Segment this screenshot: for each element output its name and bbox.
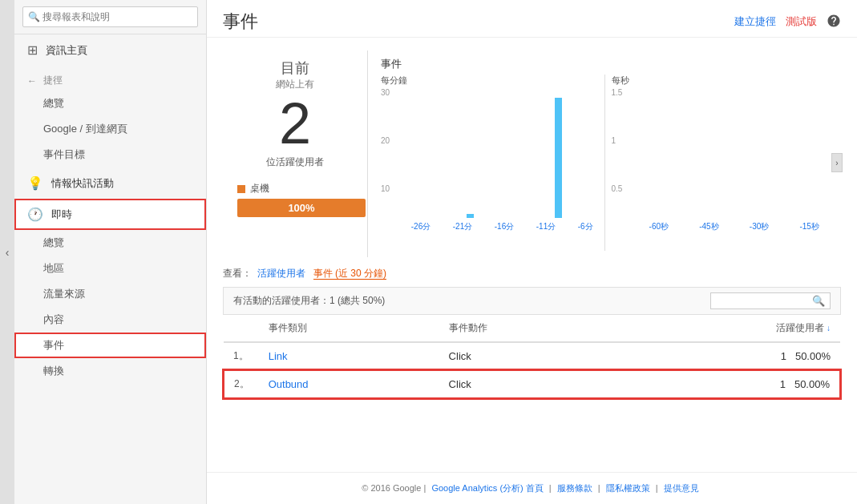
device-bar: 桌機 100% <box>231 182 359 217</box>
row-num: 2。 <box>224 370 259 398</box>
events-link[interactable]: 事件 (近 30 分鐘) <box>313 268 386 280</box>
x-label: -45秒 <box>699 221 718 232</box>
category-link[interactable]: Link <box>269 350 288 362</box>
table-search-box: 🔍 <box>710 292 831 309</box>
row-users: 1 50.00% <box>615 370 840 398</box>
bar <box>555 98 562 218</box>
main-footer: © 2016 Google | Google Analytics (分析) 首頁… <box>207 472 857 504</box>
x-label: -6分 <box>578 221 593 232</box>
sidebar-sub-label: 事件 <box>43 339 64 351</box>
sidebar-search-container: 🔍 <box>14 0 206 34</box>
sidebar-item-home[interactable]: ⊞ 資訊主頁 <box>14 34 206 66</box>
device-legend: 桌機 <box>237 182 359 196</box>
search-icon: 🔍 <box>28 11 40 22</box>
sidebar-sub-label: 內容 <box>43 313 64 325</box>
sidebar-nav: ⊞ 資訊主頁 ← 捷徑 總覽 Google / 到達網頁 事件目標 💡 情報快訊… <box>14 34 206 504</box>
sidebar-sub-label: 總覽 <box>43 97 64 109</box>
col-num <box>224 315 259 342</box>
clock-icon: 🕐 <box>27 207 43 222</box>
bar-chart-left <box>400 88 604 218</box>
sidebar-item-rt-content[interactable]: 內容 <box>14 307 206 333</box>
page-title: 事件 <box>223 10 258 34</box>
sidebar-item-event-goals[interactable]: 事件目標 <box>14 142 206 167</box>
y-label: 1.5 <box>612 88 634 97</box>
copyright: © 2016 Google <box>362 483 421 493</box>
shortcuts-icon: ← <box>27 75 37 87</box>
chart-chevron-btn[interactable]: › <box>831 153 843 172</box>
sidebar-item-rt-traffic[interactable]: 流量來源 <box>14 281 206 307</box>
table-search-input[interactable] <box>716 296 812 307</box>
table-row: 2。 Outbund Click 1 50.00% <box>224 370 840 398</box>
footer-link-terms[interactable]: 服務條款 <box>557 483 592 493</box>
main-body: 目前 網站上有 2 位活躍使用者 桌機 100% 事件 <box>207 38 857 472</box>
y-label: 30 <box>381 88 400 97</box>
row-users: 1 50.00% <box>615 342 840 370</box>
sidebar-item-realtime[interactable]: 🕐 即時 <box>14 199 206 230</box>
active-users-label: 位活躍使用者 <box>231 155 359 169</box>
view-label: 查看： <box>223 268 252 279</box>
sidebar-sub-label: 轉換 <box>43 365 64 377</box>
bar <box>467 214 474 218</box>
main-header: 事件 建立捷徑 測試版 <box>207 0 857 38</box>
sidebar-item-rt-events[interactable]: 事件 <box>14 333 206 358</box>
active-users-link[interactable]: 活躍使用者 <box>257 268 305 279</box>
create-shortcut-link[interactable]: 建立捷徑 <box>734 14 776 29</box>
device-progress-bar: 100% <box>237 199 366 217</box>
x-label: -21分 <box>453 221 472 232</box>
row-action: Click <box>439 342 615 370</box>
sidebar-sub-label: 流量來源 <box>43 288 85 300</box>
help-icon[interactable] <box>827 14 841 30</box>
sidebar-item-rt-conversions[interactable]: 轉換 <box>14 358 206 384</box>
x-label: -16分 <box>495 221 514 232</box>
chart-area: 事件 每分鐘 30 20 10 <box>367 50 841 257</box>
y-label: 0.5 <box>612 184 634 193</box>
footer-link-analytics[interactable]: Google Analytics (分析) 首頁 <box>431 483 543 493</box>
stats-text: 有活動的活躍使用者：1 (總共 50%) <box>233 294 385 308</box>
sidebar-item-google-reach[interactable]: Google / 到達網頁 <box>14 116 206 142</box>
x-label: -26分 <box>411 221 431 232</box>
y-label: 1 <box>612 136 634 145</box>
sidebar-item-rt-overview[interactable]: 總覽 <box>14 230 206 256</box>
sidebar-item-label: 資訊主頁 <box>46 43 87 58</box>
stats-bar: 有活動的活躍使用者：1 (總共 50%) 🔍 <box>223 287 841 315</box>
sidebar-item-intelligence[interactable]: 💡 情報快訊活動 <box>14 167 206 199</box>
row-category: Link <box>259 342 439 370</box>
beta-badge: 測試版 <box>786 14 817 29</box>
col-category: 事件類別 <box>259 315 439 342</box>
row-action: Click <box>439 370 615 398</box>
sidebar-sub-label: Google / 到達網頁 <box>43 123 127 135</box>
sidebar-sub-label: 總覽 <box>43 236 64 248</box>
y-label: 20 <box>381 136 400 145</box>
col-users[interactable]: 活躍使用者 ↓ <box>615 315 840 342</box>
sidebar-item-overview[interactable]: 總覽 <box>14 91 206 116</box>
per-minute-label: 每分鐘 <box>381 75 604 87</box>
x-label: -60秒 <box>649 221 669 232</box>
sidebar-group-label-text: 捷徑 <box>43 74 63 87</box>
x-label: -30秒 <box>750 221 769 232</box>
row-category: Outbund <box>259 370 439 398</box>
y-label: 10 <box>381 184 400 193</box>
sort-arrow-icon: ↓ <box>827 324 831 333</box>
view-links: 查看： 活躍使用者 事件 (近 30 分鐘) <box>223 267 841 280</box>
sidebar-item-label: 即時 <box>51 208 72 222</box>
main-content-area: 事件 建立捷徑 測試版 目前 網站上有 2 位活躍使用者 桌機 <box>207 0 857 504</box>
sidebar-collapse-btn[interactable]: ‹ <box>0 0 14 504</box>
table-row: 1。 Link Click 1 50.00% <box>224 342 840 370</box>
y-axis-left: 30 20 10 <box>381 88 400 232</box>
x-label: -11分 <box>536 221 556 232</box>
chart-title: 事件 <box>381 57 835 71</box>
footer-link-feedback[interactable]: 提供意見 <box>664 483 699 493</box>
events-table: 事件類別 事件動作 活躍使用者 ↓ 1。 Link Click 1 50.00%… <box>223 315 841 399</box>
category-link[interactable]: Outbund <box>269 378 309 390</box>
search-input[interactable] <box>22 6 198 27</box>
x-label: -15秒 <box>799 221 819 232</box>
sidebar: 🔍 ⊞ 資訊主頁 ← 捷徑 總覽 Google / 到達網頁 事件目標 💡 情報… <box>14 0 207 504</box>
header-links: 建立捷徑 測試版 <box>734 14 841 30</box>
current-label: 目前 <box>231 58 359 78</box>
x-axis-left: -26分 -21分 -16分 -11分 -6分 <box>400 221 604 232</box>
sidebar-group-shortcuts: ← 捷徑 <box>14 66 206 91</box>
table-search-icon[interactable]: 🔍 <box>812 295 825 307</box>
footer-link-privacy[interactable]: 隱私權政策 <box>606 483 650 493</box>
row-num: 1。 <box>224 342 259 370</box>
sidebar-item-rt-location[interactable]: 地區 <box>14 256 206 281</box>
